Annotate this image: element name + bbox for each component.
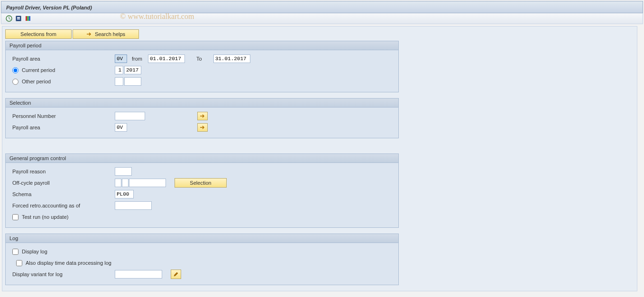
execute-icon[interactable]: [5, 15, 13, 22]
personnel-number-label: Personnel Number: [10, 113, 115, 119]
current-period-label: Current period: [22, 67, 55, 73]
schema-input[interactable]: [115, 190, 134, 198]
edit-variant-button[interactable]: [171, 270, 181, 279]
payroll-area-input[interactable]: [115, 54, 127, 63]
selection-payroll-area-input[interactable]: [115, 123, 127, 132]
offcycle-input-2[interactable]: [122, 179, 129, 187]
to-label: To: [196, 56, 202, 62]
variant-icon[interactable]: [24, 15, 32, 22]
group-selection: Selection Personnel Number Payroll area: [5, 98, 399, 138]
payroll-reason-label: Payroll reason: [10, 169, 115, 174]
variant-get-icon[interactable]: [15, 15, 22, 22]
other-period-label: Other period: [22, 79, 51, 84]
arrow-right-icon: [200, 125, 205, 130]
window-title-bar: Payroll Driver, Version PL (Poland): [1, 1, 643, 13]
svg-rect-5: [17, 18, 20, 19]
display-log-label: Display log: [22, 249, 47, 254]
group-remuneration: Remuneration statement parameters Displa…: [5, 291, 399, 291]
payroll-reason-input[interactable]: [115, 167, 132, 176]
search-helps-button[interactable]: Search helps: [73, 29, 139, 39]
other-period-radio[interactable]: [12, 79, 18, 85]
payroll-area-label: Payroll area: [10, 56, 115, 62]
window-title: Payroll Driver, Version PL (Poland): [6, 5, 92, 10]
main-content: Selections from Search helps Payroll per…: [2, 26, 637, 291]
display-variant-log-label: Display variant for log: [10, 271, 115, 277]
offcycle-selection-button[interactable]: Selection: [175, 178, 227, 188]
group-general-header: General program control: [6, 154, 398, 163]
to-date-input[interactable]: [213, 54, 250, 63]
top-button-row: Selections from Search helps: [5, 29, 634, 39]
current-period-num-input[interactable]: [115, 66, 123, 74]
test-run-checkbox[interactable]: [12, 214, 18, 220]
test-run-label: Test run (no update): [22, 214, 68, 220]
pencil-icon: [173, 271, 179, 277]
display-variant-log-input[interactable]: [115, 270, 162, 279]
group-log-header: Log: [6, 234, 398, 243]
svg-rect-7: [28, 16, 29, 21]
svg-rect-6: [26, 16, 27, 21]
from-label: from: [132, 56, 142, 62]
svg-line-2: [9, 18, 10, 19]
also-time-checkbox[interactable]: [16, 260, 22, 266]
personnel-number-input[interactable]: [115, 112, 145, 120]
forced-retro-label: Forced retro.accounting as of: [10, 203, 115, 208]
other-period-num-input[interactable]: [115, 77, 123, 86]
personnel-number-multiple-button[interactable]: [197, 112, 208, 120]
display-log-checkbox[interactable]: [12, 249, 18, 255]
forced-retro-input[interactable]: [115, 201, 152, 210]
search-helps-label: Search helps: [95, 31, 125, 37]
group-log: Log Display log Also display time data p…: [5, 234, 399, 285]
schema-label: Schema: [10, 191, 115, 197]
selection-payroll-area-label: Payroll area: [10, 125, 115, 130]
app-toolbar: © www.tutorialkart.com: [1, 13, 643, 24]
other-period-year-input[interactable]: [124, 77, 141, 86]
also-time-label: Also display time data processing log: [26, 260, 111, 266]
current-period-year-input[interactable]: [124, 66, 141, 74]
offcycle-label: Off-cycle payroll: [10, 180, 115, 186]
current-period-radio[interactable]: [12, 67, 18, 73]
group-selection-header: Selection: [6, 99, 398, 108]
group-payroll-period-header: Payroll period: [6, 41, 398, 50]
offcycle-input-3[interactable]: [129, 179, 166, 187]
watermark-text: © www.tutorialkart.com: [120, 12, 194, 21]
svg-rect-8: [29, 16, 30, 21]
offcycle-input-1[interactable]: [115, 179, 121, 187]
payroll-area-multiple-button[interactable]: [197, 123, 208, 132]
from-date-input[interactable]: [148, 54, 185, 63]
offcycle-selection-label: Selection: [190, 180, 211, 186]
svg-rect-4: [17, 17, 20, 18]
selections-from-label: Selections from: [20, 31, 56, 37]
group-payroll-period: Payroll period Payroll area from To Curr…: [5, 41, 399, 92]
arrow-right-icon: [86, 32, 92, 36]
arrow-right-icon: [200, 114, 205, 118]
group-general: General program control Payroll reason O…: [5, 153, 399, 228]
selections-from-button[interactable]: Selections from: [5, 29, 72, 39]
